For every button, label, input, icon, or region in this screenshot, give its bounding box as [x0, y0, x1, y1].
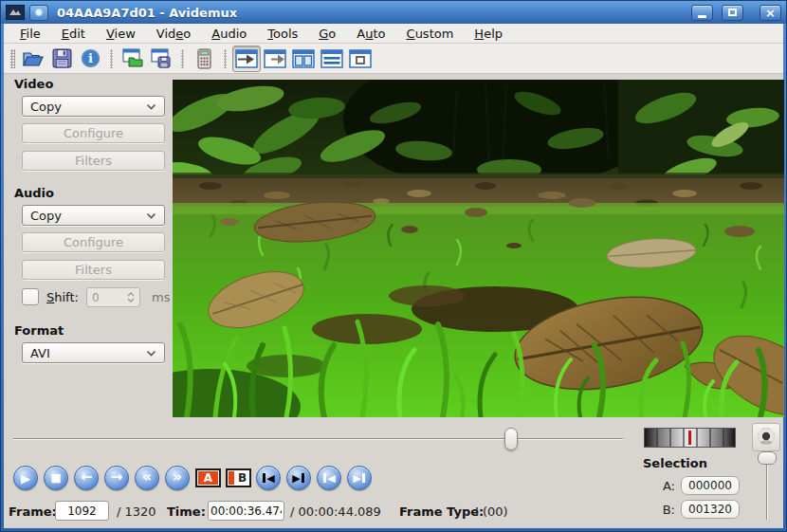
- toolbar-handle[interactable]: [10, 49, 15, 68]
- minimize-button[interactable]: [691, 5, 713, 21]
- timeline-slider-handle[interactable]: [504, 428, 518, 450]
- time-total: / 00:00:44.089: [290, 504, 381, 519]
- frame-bar-icon: [362, 473, 365, 483]
- toolbar-separator: [110, 49, 113, 68]
- menu-help[interactable]: Help: [464, 25, 513, 43]
- menu-view[interactable]: View: [96, 25, 146, 43]
- title-bar[interactable]: 04AAA9A7d01 - Avidemux ×: [1, 1, 786, 24]
- left-triangle-icon: ◀: [266, 473, 274, 484]
- calculator-icon: [197, 48, 211, 69]
- video-display: [173, 80, 784, 417]
- spinner-arrows-icon[interactable]: [127, 292, 135, 303]
- project-save-button[interactable]: [147, 46, 175, 72]
- avidemux-app-icon: [6, 5, 25, 20]
- audio-codec-value: Copy: [30, 209, 62, 223]
- last-frame-button[interactable]: ▶: [347, 466, 372, 490]
- video-codec-select[interactable]: Copy: [22, 96, 165, 117]
- chevron-down-icon: [146, 212, 156, 219]
- volume-slider-handle[interactable]: [758, 451, 777, 465]
- next-keyframe-button[interactable]: »: [165, 466, 190, 490]
- project-open-button[interactable]: [119, 46, 147, 72]
- stop-icon: ■: [50, 471, 61, 485]
- shift-checkbox[interactable]: [22, 288, 39, 305]
- previous-black-frame-button[interactable]: ◀: [256, 466, 281, 490]
- save-button[interactable]: [47, 46, 76, 72]
- information-icon: i: [81, 48, 101, 68]
- video-section-heading: Video: [14, 77, 53, 91]
- open-button[interactable]: [19, 46, 47, 72]
- project-save-icon: [151, 48, 173, 68]
- menu-go[interactable]: Go: [308, 25, 346, 43]
- window-menu-icon: [35, 9, 43, 16]
- video-filters-button[interactable]: Filters: [22, 151, 165, 171]
- calculator-button[interactable]: [190, 46, 218, 72]
- view-output-button[interactable]: [261, 46, 289, 72]
- frame-total: / 1320: [117, 504, 156, 519]
- menu-audio[interactable]: Audio: [201, 25, 257, 43]
- view-separate-button[interactable]: [346, 46, 375, 72]
- set-marker-a-button[interactable]: A: [195, 468, 221, 487]
- right-triangle-icon: ▶: [353, 473, 360, 484]
- selection-a-value: 000000: [681, 476, 740, 495]
- audio-codec-select[interactable]: Copy: [22, 205, 165, 226]
- volume-slider-track[interactable]: [766, 460, 768, 520]
- frame-bar-icon: [302, 473, 304, 483]
- play-icon: ▶: [21, 471, 30, 486]
- menu-edit[interactable]: Edit: [51, 25, 96, 43]
- set-marker-b-button[interactable]: B: [226, 468, 251, 487]
- window-menu-button[interactable]: [29, 5, 48, 21]
- next-black-frame-button[interactable]: ▶: [286, 466, 311, 490]
- frame-label: Frame:: [9, 504, 57, 519]
- view-side-by-side-button[interactable]: [289, 46, 318, 72]
- toolbar-separator: [181, 49, 184, 68]
- arrow-right-icon: →: [111, 470, 123, 485]
- view-stacked-button[interactable]: [318, 46, 346, 72]
- close-button[interactable]: ×: [760, 5, 781, 21]
- project-open-icon: [122, 48, 144, 68]
- video-configure-button[interactable]: Configure: [22, 123, 165, 143]
- view-output-icon: [264, 49, 286, 68]
- menu-custom[interactable]: Custom: [396, 25, 465, 43]
- video-frame-image: [173, 80, 784, 417]
- time-label: Time:: [167, 504, 206, 519]
- menu-video[interactable]: Video: [146, 25, 201, 43]
- window-border-bottom: [1, 528, 786, 531]
- audio-configure-button[interactable]: Configure: [22, 232, 165, 252]
- view-stacked-icon: [320, 49, 343, 68]
- selection-b-value: 001320: [681, 500, 740, 519]
- audio-section-heading: Audio: [14, 186, 54, 200]
- format-select[interactable]: AVI: [22, 342, 165, 363]
- next-frame-button[interactable]: →: [104, 466, 129, 490]
- view-input-button[interactable]: [232, 46, 261, 72]
- selection-b-label: B:: [656, 503, 675, 517]
- menu-auto[interactable]: Auto: [346, 25, 395, 43]
- avidemux-window: 04AAA9A7d01 - Avidemux × File Edit View …: [0, 0, 787, 532]
- audio-filters-button[interactable]: Filters: [22, 260, 165, 280]
- previous-frame-button[interactable]: ←: [74, 466, 99, 490]
- speaker-icon: [756, 427, 777, 448]
- right-triangle-icon: ▶: [292, 473, 300, 484]
- first-frame-button[interactable]: ◀: [317, 466, 341, 490]
- volume-button[interactable]: [752, 423, 780, 451]
- jog-wheel[interactable]: [644, 428, 736, 448]
- menu-file[interactable]: File: [9, 25, 51, 43]
- previous-keyframe-button[interactable]: «: [135, 466, 159, 490]
- arrow-left-icon: ←: [81, 470, 93, 485]
- chevron-down-icon: [146, 350, 156, 357]
- stop-button[interactable]: ■: [44, 466, 68, 490]
- information-button[interactable]: i: [76, 46, 104, 72]
- double-chevron-left-icon: «: [142, 469, 152, 485]
- double-chevron-right-icon: »: [173, 469, 182, 485]
- frame-input[interactable]: [55, 501, 109, 521]
- menu-bar: File Edit View Video Audio Tools Go Auto…: [4, 24, 783, 44]
- maximize-button[interactable]: [722, 5, 743, 21]
- shift-spinbox[interactable]: 0: [86, 287, 140, 307]
- open-icon: [22, 49, 45, 68]
- play-button[interactable]: ▶: [13, 466, 38, 490]
- time-input[interactable]: [208, 501, 284, 521]
- menu-tools[interactable]: Tools: [257, 25, 308, 43]
- frame-type-value: I (00): [475, 504, 508, 519]
- format-value: AVI: [30, 346, 50, 360]
- timeline-slider-track[interactable]: [13, 438, 623, 440]
- client-area: File Edit View Video Audio Tools Go Auto…: [4, 24, 783, 528]
